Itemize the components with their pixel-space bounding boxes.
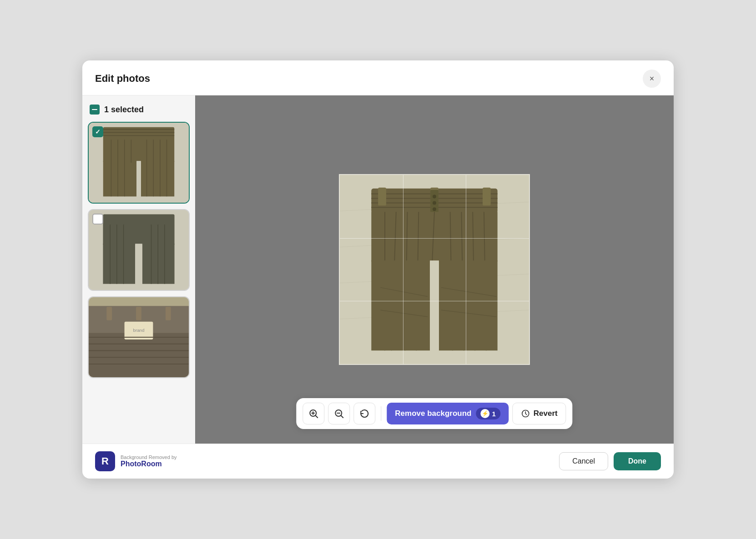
photoroom-name: PhotoRoom <box>121 460 177 468</box>
credit-badge: ⚡ 1 <box>476 408 500 419</box>
svg-point-57 <box>433 201 436 205</box>
thumbnail-item-2[interactable] <box>88 209 190 291</box>
toolbar-bar: Remove background ⚡ 1 Revert <box>296 398 572 429</box>
revert-button[interactable]: Revert <box>512 403 566 424</box>
sidebar: 1 selected <box>82 95 195 444</box>
remove-background-button[interactable]: Remove background ⚡ 1 <box>387 403 509 424</box>
svg-rect-7 <box>141 161 174 196</box>
footer-actions: Cancel Done <box>559 452 661 470</box>
toolbar-divider <box>381 406 381 421</box>
svg-rect-53 <box>483 188 491 206</box>
credit-count: 1 <box>492 410 495 418</box>
svg-rect-20 <box>103 244 135 284</box>
main-canvas-area: Remove background ⚡ 1 Revert <box>195 95 674 444</box>
remove-bg-label: Remove background <box>395 409 471 418</box>
dialog-header: Edit photos × <box>82 60 674 95</box>
close-button[interactable]: × <box>643 70 661 88</box>
revert-label: Revert <box>534 409 558 418</box>
zoom-in-button[interactable] <box>302 403 324 424</box>
svg-point-56 <box>433 195 436 199</box>
thumbnail-image-1 <box>89 123 189 203</box>
svg-rect-16 <box>136 161 141 196</box>
dialog-body: 1 selected <box>82 95 674 444</box>
thumbnail-image-2 <box>89 210 189 290</box>
thumbnail-image-3: brand <box>89 297 189 377</box>
svg-rect-19 <box>103 225 174 245</box>
selected-bar: 1 selected <box>88 103 190 116</box>
svg-rect-22 <box>135 244 142 284</box>
photo-preview <box>339 174 530 365</box>
photoroom-credit: R Background Removed by PhotoRoom <box>95 451 177 471</box>
selected-label: 1 selected <box>104 105 144 115</box>
dialog-title: Edit photos <box>95 73 150 85</box>
done-button[interactable]: Done <box>614 452 661 470</box>
svg-line-79 <box>316 416 318 418</box>
thumbnail-item-3[interactable]: brand <box>88 296 190 378</box>
svg-rect-2 <box>103 140 174 162</box>
checkbox-1[interactable] <box>92 126 103 137</box>
checkbox-2[interactable] <box>92 214 103 225</box>
svg-rect-21 <box>142 244 175 284</box>
svg-text:brand: brand <box>133 328 144 333</box>
svg-point-58 <box>433 207 436 211</box>
revert-icon <box>521 409 530 418</box>
svg-rect-71 <box>430 260 439 350</box>
bolt-icon: ⚡ <box>480 409 489 418</box>
svg-rect-35 <box>166 307 171 320</box>
dialog-footer: R Background Removed by PhotoRoom Cancel… <box>82 444 674 479</box>
svg-rect-52 <box>378 188 386 206</box>
photoroom-logo: R <box>95 451 115 471</box>
svg-rect-70 <box>439 260 498 350</box>
photoroom-text: Background Removed by PhotoRoom <box>121 454 177 468</box>
thumbnail-item-1[interactable] <box>88 122 190 204</box>
svg-line-82 <box>341 416 343 418</box>
svg-rect-18 <box>103 214 174 225</box>
svg-rect-6 <box>103 161 136 196</box>
zoom-out-button[interactable] <box>328 403 350 424</box>
cancel-button[interactable]: Cancel <box>559 452 608 470</box>
minus-icon[interactable] <box>90 105 100 115</box>
svg-rect-69 <box>371 260 430 350</box>
rotate-button[interactable] <box>353 403 375 424</box>
svg-rect-34 <box>106 307 112 320</box>
svg-rect-36 <box>136 307 141 320</box>
photoroom-tagline: Background Removed by <box>121 454 177 460</box>
edit-photos-dialog: Edit photos × 1 selected <box>82 60 674 479</box>
